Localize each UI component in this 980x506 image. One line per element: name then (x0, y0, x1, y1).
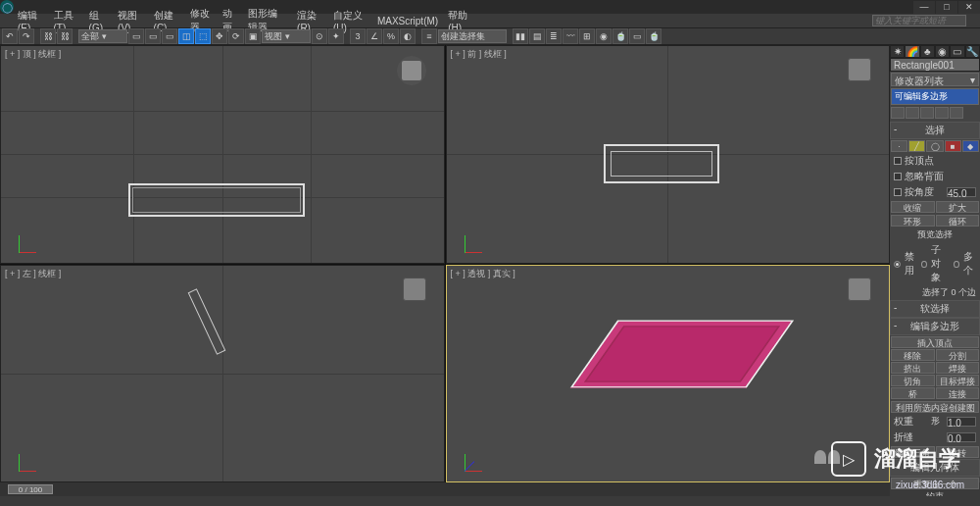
tab-utilities[interactable]: 🔧 (965, 45, 980, 58)
redo-button[interactable]: ↷ (19, 28, 34, 44)
minimize-button[interactable]: — (913, 1, 935, 14)
chk-ignore-back[interactable] (894, 173, 902, 180)
viewcube[interactable] (403, 278, 426, 301)
loop-button[interactable]: 循环 (936, 215, 980, 227)
pin-stack-button[interactable] (891, 107, 905, 119)
chk-by-vertex[interactable] (894, 157, 902, 165)
close-button[interactable]: ✕ (958, 1, 980, 14)
steering-wheel-icon[interactable] (814, 450, 840, 464)
tab-motion[interactable]: ◉ (935, 45, 950, 58)
weight-spinner[interactable]: 1.0 (947, 417, 976, 427)
modifier-stack[interactable]: 可编辑多边形 (891, 88, 979, 105)
mirror-button[interactable]: ▮▮ (513, 28, 528, 44)
rollout-softsel[interactable]: 软选择 (890, 300, 980, 318)
make-unique-button[interactable] (920, 107, 934, 119)
align-button[interactable]: ▤ (529, 28, 545, 44)
tab-hierarchy[interactable]: ♣ (920, 45, 935, 58)
ring-button[interactable]: 环形 (891, 215, 935, 227)
shrink-button[interactable]: 收缩 (891, 201, 935, 213)
connect-button[interactable]: 连接 (936, 387, 980, 399)
subobj-element[interactable]: ◆ (962, 140, 979, 152)
menu-script[interactable]: MAXScript(M) (373, 15, 442, 27)
weld-button[interactable]: 焊接 (936, 362, 980, 374)
viewport-label[interactable]: [ + ] 透视 ] 真实 ] (451, 268, 515, 280)
layer-button[interactable]: ≣ (546, 28, 562, 44)
time-slider-handle[interactable]: 0 / 100 (8, 484, 53, 494)
subobj-polygon[interactable]: ■ (945, 140, 961, 152)
render-setup-button[interactable]: 🍵 (612, 28, 628, 44)
subobj-vertex[interactable]: · (891, 140, 907, 152)
viewport-label[interactable]: [ + ] 顶 ] 线框 ] (5, 48, 61, 61)
insert-vertex-button[interactable]: 插入顶点 (891, 336, 979, 348)
modifier-list-dropdown[interactable]: 修改器列表 (891, 73, 979, 86)
remove-modifier-button[interactable] (935, 107, 949, 119)
chk-by-angle[interactable] (894, 188, 902, 196)
rollout-selection[interactable]: 选择 (890, 122, 980, 139)
remove-button[interactable]: 移除 (891, 349, 935, 361)
select-button[interactable]: ▭ (128, 28, 144, 44)
viewport-front[interactable]: [ + ] 前 ] 线框 ] (446, 45, 891, 264)
angle-spinner[interactable]: 45.0 (947, 187, 976, 197)
viewport-label[interactable]: [ + ] 左 ] 线框 ] (5, 268, 61, 280)
subobj-edge[interactable]: ╱ (908, 140, 925, 152)
chamfer-button[interactable]: 切角 (891, 375, 935, 386)
material-editor-button[interactable]: ◉ (596, 28, 612, 44)
show-end-result-button[interactable] (906, 107, 919, 119)
crease-spinner[interactable]: 0.0 (947, 432, 976, 442)
help-search-input[interactable] (873, 16, 965, 25)
rollout-editpoly[interactable]: 编辑多边形 (890, 318, 980, 335)
viewport-label[interactable]: [ + ] 前 ] 线框 ] (451, 48, 507, 61)
viewport-left[interactable]: [ + ] 左 ] 线框 ] (0, 265, 445, 483)
object-name-field[interactable]: Rectangle001 (890, 58, 980, 72)
filter-dropdown[interactable]: 全部 ▾ (78, 29, 127, 43)
window-crossing-button[interactable]: ◫ (178, 28, 194, 44)
grow-button[interactable]: 扩大 (936, 201, 980, 213)
radio-subobj[interactable] (921, 261, 926, 268)
viewport-perspective[interactable]: [ + ] 透视 ] 真实 ] (446, 265, 891, 483)
pivot-button[interactable]: ⊙ (312, 28, 327, 44)
tab-display[interactable]: ▭ (950, 45, 964, 58)
bridge-button[interactable]: 桥 (891, 387, 935, 399)
curve-editor-button[interactable]: 〰 (563, 28, 578, 44)
render-frame-button[interactable]: ▭ (629, 28, 645, 44)
scale-button[interactable]: ▣ (245, 28, 261, 44)
spinner-snap-button[interactable]: ◐ (400, 28, 416, 44)
split-button[interactable]: 分割 (936, 349, 980, 361)
percent-snap-button[interactable]: % (383, 28, 399, 44)
snap-button[interactable]: 3 (350, 28, 366, 44)
tab-create[interactable]: ✷ (890, 45, 905, 58)
stack-item-editable-poly[interactable]: 可编辑多边形 (892, 89, 978, 104)
link-button[interactable]: ⛓ (40, 28, 56, 44)
render-button[interactable]: 🍵 (646, 28, 662, 44)
viewport-top[interactable]: [ + ] 顶 ] 线框 ] (0, 45, 445, 264)
manip-button[interactable]: ✦ (328, 28, 344, 44)
select-object-button[interactable]: ⬚ (195, 28, 211, 44)
geometry-top[interactable] (128, 183, 305, 217)
named-sel-dropdown[interactable]: 创建选择集 (438, 29, 507, 43)
move-button[interactable]: ✥ (212, 28, 227, 44)
edit-tri-button[interactable]: 编辑三角剖分 (891, 446, 935, 458)
help-search[interactable] (872, 15, 966, 26)
unlink-button[interactable]: ⛓ (57, 28, 73, 44)
radio-off[interactable] (894, 261, 901, 268)
radio-multi[interactable] (954, 261, 958, 268)
geometry-front[interactable] (604, 144, 719, 183)
geometry-perspective[interactable] (594, 295, 770, 413)
viewcube[interactable] (848, 278, 871, 301)
extrude-button[interactable]: 挤出 (891, 362, 935, 374)
schematic-button[interactable]: ⊞ (579, 28, 595, 44)
turn-button[interactable]: 旋转 (936, 446, 980, 458)
select-region-button[interactable]: ▭ (162, 28, 177, 44)
rotate-button[interactable]: ⟳ (228, 28, 244, 44)
select-name-button[interactable]: ▭ (145, 28, 161, 44)
geometry-left[interactable] (188, 288, 226, 355)
angle-snap-button[interactable]: ∠ (367, 28, 382, 44)
named-sel-button[interactable]: ≡ (421, 28, 437, 44)
subobj-border[interactable]: ◯ (926, 140, 943, 152)
viewcube[interactable] (848, 58, 871, 81)
rollout-editgeom[interactable]: 编辑几何体 (890, 459, 980, 477)
time-slider[interactable]: 0 / 100 (0, 482, 890, 496)
viewcube[interactable] (397, 56, 426, 85)
configure-sets-button[interactable] (950, 107, 963, 119)
undo-button[interactable]: ↶ (2, 28, 18, 44)
